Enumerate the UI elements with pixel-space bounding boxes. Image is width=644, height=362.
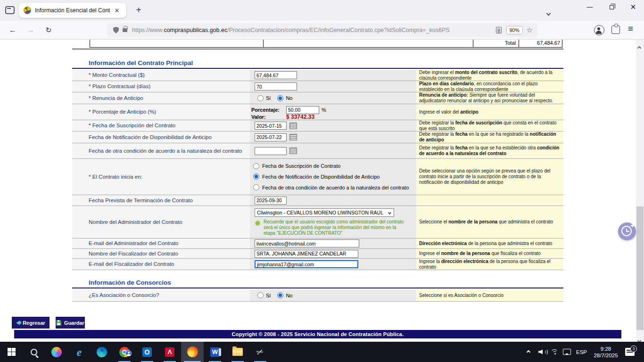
field-label: * Porcentaje de Anticipo (%)	[72, 104, 250, 120]
field-help: Ingrese el nombre de la persona que fisc…	[416, 249, 563, 258]
email-admin-input[interactable]	[255, 239, 359, 247]
reader-mode-icon[interactable]	[496, 27, 502, 33]
radio-label: Sí	[266, 95, 271, 101]
clock-date[interactable]: 9:28 28/7/2025	[590, 342, 621, 362]
volume-icon[interactable]	[538, 342, 547, 362]
reload-button[interactable]: ↻	[42, 24, 55, 36]
row-monto: * Monto Contractual ($) Debe ingresar el…	[72, 70, 563, 81]
wifi-icon[interactable]	[551, 342, 559, 362]
tracking-shield-icon[interactable]	[113, 27, 119, 33]
bookmark-star-icon[interactable]: ☆	[527, 26, 533, 34]
copyright-footer: Copyright © 2008 - 2025 Servicio Naciona…	[14, 330, 621, 338]
list-tabs-icon[interactable]	[547, 8, 550, 17]
lock-icon[interactable]	[123, 28, 127, 32]
taskbar-copilot-button[interactable]	[45, 342, 68, 362]
taskbar-word-button[interactable]: W	[204, 342, 226, 362]
inicia-notificacion-radio[interactable]	[253, 173, 259, 180]
row-fecha-prevista: Fecha Prevista de Terminación de Contrat…	[72, 195, 563, 206]
taskbar-ie-button[interactable]: e	[68, 342, 91, 362]
zoom-level-badge[interactable]: 90%	[506, 26, 523, 34]
restore-icon	[610, 5, 614, 9]
taskbar-outlook-button[interactable]: O	[136, 342, 158, 362]
regresar-button[interactable]: Regresar	[12, 317, 50, 329]
field-label: * El Contrato inicia en:	[72, 159, 250, 195]
back-arrow-icon	[16, 321, 20, 325]
row-email-admin: E-mail del Administrador del Contrato Di…	[72, 239, 563, 249]
taskbar-chrome-button[interactable]	[113, 342, 136, 362]
browser-tab[interactable]: Información Esencial del Contra ✕	[19, 3, 126, 18]
language-indicator[interactable]: ESP	[576, 342, 587, 362]
calendar-icon[interactable]	[289, 123, 297, 129]
notification-center-button[interactable]: 3	[625, 342, 635, 362]
plazo-input[interactable]	[255, 82, 297, 90]
chevron-down-icon	[546, 11, 551, 16]
percent-sign: %	[322, 107, 326, 113]
firefox-view-icon[interactable]	[5, 6, 15, 14]
fecha-suscripcion-input[interactable]	[255, 122, 287, 130]
row-consorcio: ¿Es Asociación o Consorcio? Sí No Selecc…	[72, 289, 563, 302]
new-tab-button[interactable]: +	[132, 4, 145, 17]
renuncia-no-radio[interactable]	[277, 95, 283, 101]
window-restore-button[interactable]	[601, 0, 622, 15]
forward-button[interactable]: →	[25, 24, 37, 36]
fecha-otra-input[interactable]	[255, 147, 287, 155]
fecha-prevista-input[interactable]	[255, 197, 287, 205]
field-label: Fecha Prevista de Terminación de Contrat…	[72, 195, 250, 206]
porcentaje-input[interactable]	[286, 106, 319, 114]
window-close-button[interactable]: ✕	[622, 0, 644, 15]
calendar-icon[interactable]	[289, 148, 297, 154]
fecha-notificacion-input[interactable]	[255, 133, 287, 141]
field-label: Nombre del Administrador del Contrato	[72, 206, 250, 238]
scissors-icon: ✂	[255, 346, 265, 358]
renuncia-si-radio[interactable]	[257, 95, 264, 101]
field-help: Debe seleccionar una opción según se pre…	[416, 159, 563, 195]
inicia-suscripcion-radio[interactable]	[253, 163, 259, 169]
taskbar-search-button[interactable]	[23, 342, 45, 362]
file-explorer-icon	[232, 348, 243, 356]
taskbar-explorer-button[interactable]	[226, 342, 249, 362]
account-icon[interactable]	[594, 25, 604, 35]
monto-input[interactable]	[255, 71, 297, 79]
row-contrato-inicia: * El Contrato inicia en: Fecha de Suscri…	[72, 159, 563, 195]
scroll-up-arrow[interactable]	[638, 43, 641, 51]
consorcio-no-radio[interactable]	[277, 292, 283, 298]
inicia-otra-radio[interactable]	[253, 184, 259, 190]
copilot-icon	[51, 347, 62, 357]
field-label: * Fecha de Suscripción del Contrato	[72, 120, 250, 131]
tab-close-icon[interactable]: ✕	[112, 7, 122, 14]
hamburger-menu-icon[interactable]: ≡	[628, 24, 633, 34]
start-button[interactable]	[0, 342, 23, 362]
display-connect-icon[interactable]	[563, 342, 571, 362]
section-principal: Información del Contrato Principal	[72, 58, 563, 69]
taskbar-firefox-button[interactable]	[181, 342, 204, 362]
porcentaje-label: Porcentaje:	[251, 107, 286, 113]
consorcio-si-radio[interactable]	[257, 292, 264, 298]
email-fiscalizador-input[interactable]	[255, 260, 358, 268]
calendar-icon[interactable]	[289, 134, 297, 140]
field-help: Debe registrar la fecha de suscripción q…	[416, 120, 563, 131]
floating-clock-widget[interactable]	[618, 222, 636, 240]
scrollbar-thumb[interactable]	[636, 206, 644, 330]
option-label: Fecha de Notificación de Disponibilidad …	[262, 174, 380, 180]
guardar-button[interactable]: Guardar	[56, 317, 85, 329]
taskbar-acrobat-button[interactable]: Λ	[158, 342, 181, 362]
divider	[72, 49, 563, 49]
window-minimize-button[interactable]: —	[579, 0, 601, 15]
extensions-icon[interactable]	[611, 25, 620, 34]
field-help: Debe registrar la fecha en la que se ha …	[416, 132, 563, 143]
vertical-scrollbar[interactable]	[636, 40, 644, 342]
tray-show-hidden-icons[interactable]	[527, 342, 530, 362]
taskbar-snipping-button[interactable]: ✂	[249, 342, 272, 362]
row-administrador: Nombre del Administrador del Contrato Cl…	[72, 206, 563, 239]
taskbar-edge-button[interactable]	[91, 342, 113, 362]
screen: Información Esencial del Contra ✕ + — ✕ …	[0, 0, 644, 362]
page-content: Total 67,484.67 Información del Contrato…	[0, 40, 636, 342]
row-fecha-notificacion: Fecha de Notificación de Disponibilidad …	[72, 132, 563, 143]
field-help: Seleccione si es Asociación o Consorcio	[416, 289, 563, 301]
back-button[interactable]: ←	[7, 24, 19, 36]
url-bar[interactable]: https://www.compraspublicas.gob.ec/Proce…	[107, 23, 537, 37]
tab-title: Información Esencial del Contra	[35, 7, 110, 14]
fiscalizador-input[interactable]	[255, 250, 358, 258]
administrador-select[interactable]: Cliwinsgton - CEVALLOS MORENO LIWINSGTON…	[255, 208, 394, 217]
section-title: Información de Consorcios	[89, 279, 171, 286]
